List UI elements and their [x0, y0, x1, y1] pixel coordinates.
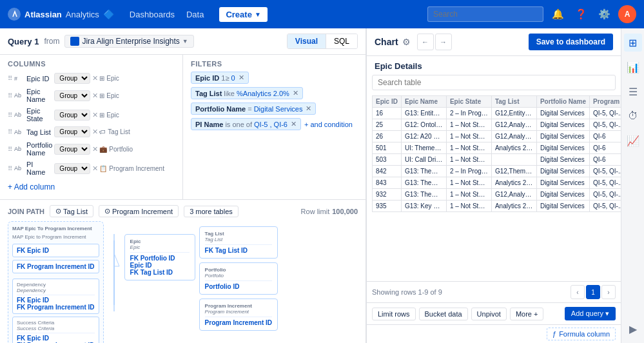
join-badge-program-increment[interactable]: ⊙Program Increment: [99, 205, 179, 217]
chart-table-cell: QI-5, QI-...: [590, 166, 621, 177]
col-name-portfolio-name: Portfolio Name: [26, 141, 52, 157]
user-avatar[interactable]: A: [618, 5, 636, 23]
help-icon[interactable]: ❓: [572, 5, 590, 23]
chart-table-row[interactable]: 843G13: Themes...1 – Not StartedAnalytic…: [373, 177, 621, 189]
logo-text: Atlassian: [24, 10, 62, 19]
col-remove-portfolio-name[interactable]: ✕: [92, 145, 98, 153]
chart-table-cell: G12,Analytics,...: [491, 131, 536, 142]
drag-handle-icon[interactable]: ⠿: [8, 165, 12, 172]
drag-handle-icon[interactable]: ⠿: [8, 146, 12, 153]
col-group-select-epic-id[interactable]: Group: [54, 73, 90, 84]
join-box-fk-program: FK Program Increment ID: [12, 260, 99, 273]
chart-table-cell: 843: [373, 177, 402, 189]
col-type-epic-name: Ab: [14, 92, 24, 99]
column-badge-portfolio-name: 💼Portfolio: [99, 140, 175, 158]
row-limit-label: Row limit: [301, 208, 330, 215]
col-remove-epic-name[interactable]: ✕: [92, 92, 98, 100]
chart-table-row[interactable]: 842G13: Themes...2 – In ProgressG12,Them…: [373, 166, 621, 177]
chart-table-row[interactable]: 26G12: A20 Bas...1 – Not StartedG12,Anal…: [373, 131, 621, 142]
chart-back-button[interactable]: ←: [417, 34, 434, 50]
chart-table-cell: Digital Services: [536, 177, 589, 189]
query-title: Query 1: [8, 37, 39, 46]
limit-rows-button[interactable]: Limit rows: [372, 308, 416, 320]
sidebar-collapse-icon[interactable]: ▶: [624, 320, 642, 338]
drag-handle-icon[interactable]: ⠿: [8, 128, 12, 135]
tab-sql[interactable]: SQL: [326, 34, 357, 48]
nav-data[interactable]: Data: [181, 7, 209, 22]
col-remove-epic-id[interactable]: ✕: [92, 74, 98, 83]
chart-table-row[interactable]: 501UI: Theme De...1 – Not StartedAnalyti…: [373, 142, 621, 154]
sidebar-grid-icon[interactable]: ⊞: [624, 34, 642, 52]
add-column-button[interactable]: + Add column: [8, 180, 175, 194]
chart-table-cell: 2 – In Progress: [446, 108, 491, 119]
col-group-select-portfolio-name[interactable]: Group: [54, 144, 90, 155]
nav-dashboards[interactable]: Dashboards: [124, 7, 180, 22]
chart-table-cell: QI-5, QI-...: [590, 177, 621, 189]
col-group-select-epic-state[interactable]: Group: [54, 110, 90, 121]
col-group-select-tag-list[interactable]: Group: [54, 126, 90, 137]
col-name-tag-list: Tag List: [26, 128, 52, 136]
query-from-label: from: [44, 37, 59, 46]
formula-column-button[interactable]: ƒ Formula column: [547, 328, 616, 340]
chart-forward-button[interactable]: →: [435, 34, 452, 50]
chart-table-cell: Digital Services: [536, 166, 589, 177]
page-1-button[interactable]: 1: [586, 285, 600, 299]
sidebar-area-chart-icon[interactable]: 📈: [624, 132, 642, 150]
sidebar-clock-icon[interactable]: ⏱: [624, 107, 642, 125]
sidebar-list-icon[interactable]: ☰: [624, 83, 642, 101]
more-button[interactable]: More +: [510, 308, 544, 320]
prev-page-button[interactable]: ‹: [571, 285, 585, 299]
add-query-button[interactable]: Add query ▾: [565, 307, 616, 320]
chart-table-row[interactable]: 25G12: Ontolog...1 – Not StartedG12,Anal…: [373, 119, 621, 131]
filter-pill-epic-id[interactable]: Epic ID 1≥ 0 ✕: [191, 72, 249, 84]
datasource-badge[interactable]: Jira Align Enterprise Insights ▼: [64, 35, 193, 48]
filter-pill-portfolio[interactable]: Portfolio Name = Digital Services ✕: [191, 103, 316, 115]
filter-remove-icon[interactable]: ✕: [291, 120, 297, 128]
product-name: Analytics: [66, 10, 99, 19]
filter-remove-icon[interactable]: ✕: [239, 74, 244, 82]
col-name-pi-name: PI Name: [26, 161, 52, 176]
col-type-epic-state: Ab: [14, 112, 24, 118]
notification-icon[interactable]: 🔔: [549, 5, 567, 23]
formula-col-icon: ƒ: [552, 330, 556, 338]
search-table-input[interactable]: [372, 75, 616, 90]
col-group-select-epic-name[interactable]: Group: [54, 90, 90, 101]
join-path-section: Join path ⊙Tag List ⊙Program Increment 3…: [0, 200, 366, 343]
chart-table-row[interactable]: 16G13: Entity D...2 – In ProgressG12,Ent…: [373, 108, 621, 119]
sidebar-bar-chart-icon[interactable]: 📊: [624, 58, 642, 76]
filter-op: is one of: [225, 121, 252, 128]
col-remove-pi-name[interactable]: ✕: [92, 164, 98, 173]
chart-table-cell: Analytics 2.0,...: [491, 177, 536, 189]
bucket-data-button[interactable]: Bucket data: [419, 308, 468, 320]
chart-table-row[interactable]: 932G13: Themes...1 – Not StartedG12,Anal…: [373, 189, 621, 201]
tab-visual[interactable]: Visual: [288, 34, 326, 48]
add-condition-button[interactable]: + and condition: [304, 121, 353, 128]
col-remove-epic-state[interactable]: ✕: [92, 111, 98, 119]
drag-handle-icon[interactable]: ⠿: [8, 112, 12, 119]
join-badge-tag-list[interactable]: ⊙Tag List: [50, 205, 93, 217]
filter-pill-pi-name[interactable]: PI Name is one of QI-5 , QI-6 ✕: [191, 118, 301, 130]
next-page-button[interactable]: ›: [601, 285, 616, 299]
chart-table-row[interactable]: 503UI: Call Drive...1 – Not StartedDigit…: [373, 154, 621, 166]
save-dashboard-button[interactable]: Save to dashboard: [529, 34, 613, 50]
col-remove-tag-list[interactable]: ✕: [92, 128, 98, 136]
settings-icon[interactable]: ⚙️: [595, 5, 613, 23]
filter-remove-icon[interactable]: ✕: [306, 104, 311, 113]
join-box-success: Success Criteria Success Criteria FK Epi…: [12, 317, 99, 343]
filter-remove-icon[interactable]: ✕: [293, 89, 298, 97]
drag-handle-icon[interactable]: ⠿: [8, 92, 12, 99]
filter-pill-tag-list[interactable]: Tag List like %Analytics 2.0% ✕: [191, 87, 303, 99]
col-group-select-pi-name[interactable]: Group: [54, 163, 90, 174]
join-box-dependency: Dependency Dependency FK Epic ID FK Prog…: [12, 279, 99, 314]
nav-search-input[interactable]: [427, 6, 543, 22]
create-button[interactable]: Create ▼: [219, 7, 267, 22]
column-row: ⠿ Ab Tag List Group ✕: [8, 125, 98, 139]
unpivot-button[interactable]: Unpivot: [471, 308, 507, 320]
filter-field-label: Portfolio Name: [195, 105, 246, 113]
chart-table-row[interactable]: 935G13: Key Driv...1 – Not StartedAnalyt…: [373, 201, 621, 212]
chart-settings-icon[interactable]: ⚙: [402, 37, 411, 47]
column-badge-epic-name: ⊞Epic: [99, 86, 175, 104]
join-badge-more-tables[interactable]: 3 more tables: [184, 206, 239, 217]
drag-handle-icon[interactable]: ⠿: [8, 75, 12, 82]
chart-table-cell: QI-5, QI-...: [590, 108, 621, 119]
